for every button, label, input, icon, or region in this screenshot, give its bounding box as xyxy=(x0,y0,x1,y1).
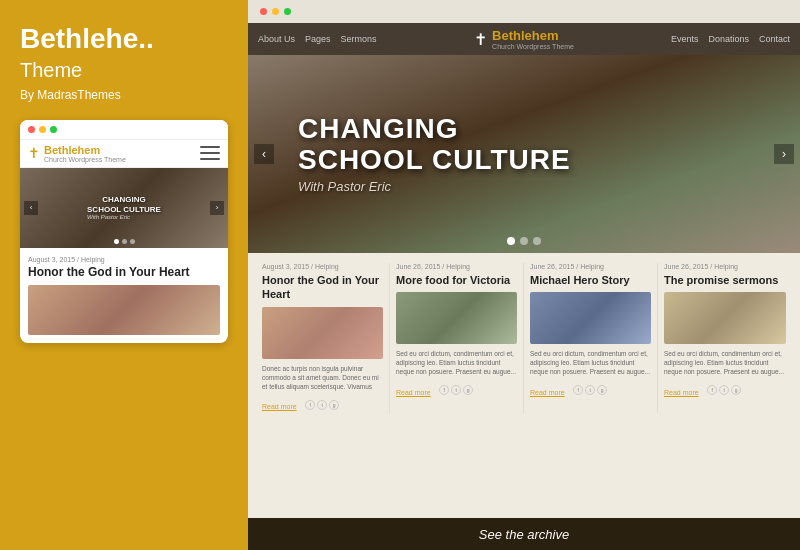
theme-author: By MadrasThemes xyxy=(20,88,228,102)
desktop-next-arrow[interactable]: › xyxy=(774,144,794,164)
nav-about[interactable]: About Us xyxy=(258,34,295,44)
mobile-dot-2 xyxy=(122,239,127,244)
hero-dot-1 xyxy=(507,237,515,245)
mobile-hero: CHANGINGSCHOOL CULTURE With Pastor Eric … xyxy=(20,168,228,248)
post-2-thumb xyxy=(396,292,517,344)
post-2-excerpt: Sed eu orci dictum, condimentum orci et,… xyxy=(396,349,517,376)
post-4-meta: June 26, 2015 / Helping xyxy=(664,263,786,270)
desktop-logo-sub: Church Wordpress Theme xyxy=(492,43,574,50)
left-panel: Bethlehe.. Theme By MadrasThemes ✝ Bethl… xyxy=(0,0,248,550)
post-3-title: Michael Hero Story xyxy=(530,273,651,287)
post-3-thumb xyxy=(530,292,651,344)
desktop-nav: About Us Pages Sermons ✝ Bethlehem Churc… xyxy=(248,23,800,55)
dot-yellow xyxy=(39,126,46,133)
blog-post-3: June 26, 2015 / Helping Michael Hero Sto… xyxy=(524,263,658,413)
dot-red xyxy=(28,126,35,133)
theme-title: Bethlehe.. xyxy=(20,24,228,55)
post-2-social-2[interactable]: t xyxy=(451,385,461,395)
blog-post-4: June 26, 2015 / Helping The promise serm… xyxy=(658,263,792,413)
post-3-meta: June 26, 2015 / Helping xyxy=(530,263,651,270)
post-3-social: f t g xyxy=(573,385,607,395)
blog-post-1: August 3, 2015 / Helping Honor the God i… xyxy=(256,263,390,413)
right-panel: About Us Pages Sermons ✝ Bethlehem Churc… xyxy=(248,0,800,550)
browser-bar xyxy=(248,0,800,23)
mobile-dots xyxy=(20,239,228,244)
post-1-meta: August 3, 2015 / Helping xyxy=(262,263,383,270)
archive-bar[interactable]: See the archive xyxy=(248,518,800,550)
desktop-hero-dots xyxy=(248,237,800,245)
hero-dot-3 xyxy=(533,237,541,245)
post-2-title: More food for Victoria xyxy=(396,273,517,287)
post-3-footer: Read more f t g xyxy=(530,381,651,399)
mobile-post-thumb xyxy=(28,285,220,335)
mobile-preview-card: ✝ Bethlehem Church Wordpress Theme CHANG… xyxy=(20,120,228,343)
hamburger-icon[interactable] xyxy=(200,146,220,160)
browser-dot-red xyxy=(260,8,267,15)
nav-sermons[interactable]: Sermons xyxy=(341,34,377,44)
desktop-logo: ✝ Bethlehem Church Wordpress Theme xyxy=(474,28,574,50)
browser-dot-green xyxy=(284,8,291,15)
mobile-cross-icon: ✝ xyxy=(28,145,40,161)
post-1-social-1[interactable]: f xyxy=(305,400,315,410)
mobile-prev-arrow[interactable]: ‹ xyxy=(24,201,38,215)
blog-grid: August 3, 2015 / Helping Honor the God i… xyxy=(248,253,800,419)
mobile-dot-1 xyxy=(114,239,119,244)
post-4-read-more[interactable]: Read more xyxy=(664,389,699,396)
post-1-social-3[interactable]: g xyxy=(329,400,339,410)
post-2-meta: June 26, 2015 / Helping xyxy=(396,263,517,270)
post-3-social-2[interactable]: t xyxy=(585,385,595,395)
post-4-footer: Read more f t g xyxy=(664,381,786,399)
post-2-social-1[interactable]: f xyxy=(439,385,449,395)
post-4-social: f t g xyxy=(707,385,741,395)
mobile-post-title: Honor the God in Your Heart xyxy=(28,265,220,279)
post-2-social-3[interactable]: g xyxy=(463,385,473,395)
blog-post-2: June 26, 2015 / Helping More food for Vi… xyxy=(390,263,524,413)
post-1-social-2[interactable]: t xyxy=(317,400,327,410)
dot-green xyxy=(50,126,57,133)
mobile-post-meta: August 3, 2015 / Helping xyxy=(28,256,220,263)
mobile-content: August 3, 2015 / Helping Honor the God i… xyxy=(20,248,228,343)
mobile-logo: ✝ Bethlehem Church Wordpress Theme xyxy=(28,144,126,163)
post-1-thumb xyxy=(262,307,383,359)
post-2-read-more[interactable]: Read more xyxy=(396,389,431,396)
post-3-social-1[interactable]: f xyxy=(573,385,583,395)
post-1-social: f t g xyxy=(305,400,339,410)
mobile-nav: ✝ Bethlehem Church Wordpress Theme xyxy=(20,140,228,168)
desktop-cross-icon: ✝ xyxy=(474,30,487,49)
post-3-excerpt: Sed eu orci dictum, condimentum orci et,… xyxy=(530,349,651,376)
mobile-hero-sub: With Pastor Eric xyxy=(87,214,161,220)
post-4-thumb xyxy=(664,292,786,344)
post-1-footer: Read more f t g xyxy=(262,395,383,413)
post-4-title: The promise sermons xyxy=(664,273,786,287)
post-4-excerpt: Sed eu orci dictum, condimentum orci et,… xyxy=(664,349,786,376)
post-4-social-3[interactable]: g xyxy=(731,385,741,395)
desktop-hero-arrows: ‹ › xyxy=(248,144,800,164)
post-2-social: f t g xyxy=(439,385,473,395)
desktop-nav-right: Events Donations Contact xyxy=(671,34,790,44)
mobile-arrows: ‹ › xyxy=(20,201,228,215)
post-2-footer: Read more f t g xyxy=(396,381,517,399)
mobile-next-arrow[interactable]: › xyxy=(210,201,224,215)
post-1-read-more[interactable]: Read more xyxy=(262,403,297,410)
hero-dot-2 xyxy=(520,237,528,245)
mobile-logo-sub: Church Wordpress Theme xyxy=(44,156,126,163)
desktop-prev-arrow[interactable]: ‹ xyxy=(254,144,274,164)
archive-text: See the archive xyxy=(479,527,569,542)
nav-pages[interactable]: Pages xyxy=(305,34,331,44)
post-1-excerpt: Donec ac turpis non isgula pulvinar comm… xyxy=(262,364,383,391)
mobile-logo-text: Bethlehem xyxy=(44,144,126,156)
browser-dot-yellow xyxy=(272,8,279,15)
post-1-title: Honor the God in Your Heart xyxy=(262,273,383,302)
mobile-topbar xyxy=(20,120,228,140)
mobile-dot-3 xyxy=(130,239,135,244)
post-4-social-1[interactable]: f xyxy=(707,385,717,395)
post-3-read-more[interactable]: Read more xyxy=(530,389,565,396)
desktop-hero: CHANGINGSCHOOL CULTURE With Pastor Eric … xyxy=(248,55,800,253)
desktop-nav-left: About Us Pages Sermons xyxy=(258,34,377,44)
nav-contact[interactable]: Contact xyxy=(759,34,790,44)
desktop-hero-sub: With Pastor Eric xyxy=(298,179,391,194)
post-3-social-3[interactable]: g xyxy=(597,385,607,395)
post-4-social-2[interactable]: t xyxy=(719,385,729,395)
nav-donations[interactable]: Donations xyxy=(708,34,749,44)
nav-events[interactable]: Events xyxy=(671,34,699,44)
